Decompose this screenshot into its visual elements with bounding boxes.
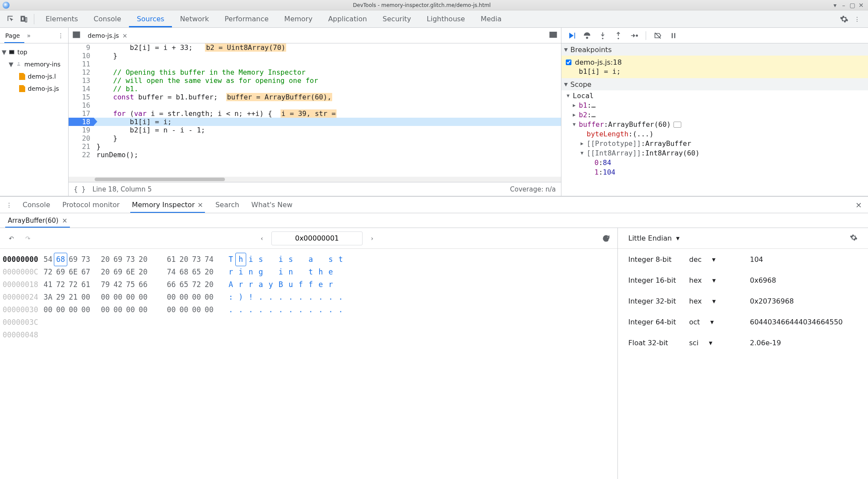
- ascii-char[interactable]: T: [226, 253, 236, 266]
- ascii-char[interactable]: .: [336, 291, 346, 304]
- hex-byte[interactable]: 72: [54, 278, 67, 291]
- hex-byte[interactable]: 73: [124, 253, 137, 266]
- resume-button[interactable]: [566, 30, 577, 41]
- ascii-char[interactable]: [296, 266, 306, 278]
- ascii-char[interactable]: t: [306, 266, 316, 278]
- hex-byte[interactable]: 21: [67, 291, 79, 304]
- scope-var-b2[interactable]: ▶b2: …: [563, 110, 868, 120]
- hex-byte[interactable]: 69: [112, 266, 124, 278]
- ascii-char[interactable]: A: [226, 278, 236, 291]
- drawer-tab-what-s-new[interactable]: What's New: [245, 197, 299, 213]
- ascii-char[interactable]: ): [236, 291, 246, 304]
- ascii-char[interactable]: .: [266, 304, 276, 316]
- ascii-char[interactable]: .: [276, 291, 286, 304]
- hex-byte[interactable]: 00: [203, 304, 215, 316]
- ascii-char[interactable]: e: [326, 266, 336, 278]
- ascii-char[interactable]: .: [316, 291, 326, 304]
- hex-byte[interactable]: 66: [137, 278, 149, 291]
- device-toolbar-icon[interactable]: [17, 13, 30, 26]
- ascii-char[interactable]: .: [326, 304, 336, 316]
- code-line[interactable]: 22runDemo();: [69, 151, 561, 159]
- drawer-tab-console[interactable]: Console: [17, 197, 56, 213]
- pretty-print-icon[interactable]: { }: [74, 185, 86, 193]
- step-out-button[interactable]: [613, 30, 624, 41]
- ascii-char[interactable]: h: [316, 266, 326, 278]
- hex-byte[interactable]: 61: [79, 278, 92, 291]
- toggle-navigator-icon[interactable]: [72, 30, 81, 40]
- code-line[interactable]: 14 // b1.: [69, 85, 561, 93]
- scope-var-buffer[interactable]: ▼buffer: ArrayBuffer(60): [563, 120, 868, 129]
- breakpoint-checkbox[interactable]: [566, 59, 571, 65]
- overflow-chevron-icon[interactable]: »: [27, 32, 31, 39]
- ascii-char[interactable]: .: [296, 291, 306, 304]
- hex-byte[interactable]: 00: [124, 304, 137, 316]
- devtools-tab-elements[interactable]: Elements: [38, 10, 86, 27]
- ascii-char[interactable]: e: [316, 278, 326, 291]
- hex-byte[interactable]: 00: [190, 304, 203, 316]
- scope-section-header[interactable]: ▼ Scope: [561, 78, 868, 90]
- ascii-char[interactable]: i: [276, 253, 286, 266]
- drawer-tab-protocol-monitor[interactable]: Protocol monitor: [56, 197, 126, 213]
- ascii-char[interactable]: r: [246, 278, 256, 291]
- drawer-menu-icon[interactable]: ⋮: [3, 202, 15, 208]
- devtools-tab-performance[interactable]: Performance: [217, 10, 276, 27]
- hex-byte[interactable]: 79: [99, 278, 112, 291]
- devtools-tab-security[interactable]: Security: [375, 10, 419, 27]
- ascii-char[interactable]: .: [326, 291, 336, 304]
- editor-tab[interactable]: demo-js.js ×: [84, 30, 131, 41]
- scope-var-b1[interactable]: ▶b1: …: [563, 101, 868, 110]
- close-tab-icon[interactable]: ×: [197, 201, 203, 209]
- ascii-char[interactable]: a: [256, 278, 266, 291]
- hex-byte[interactable]: 74: [203, 253, 215, 266]
- hex-byte[interactable]: 72: [67, 278, 79, 291]
- hex-byte[interactable]: 00: [67, 304, 79, 316]
- hex-byte[interactable]: 65: [178, 278, 190, 291]
- horizontal-scrollbar[interactable]: [69, 177, 561, 182]
- run-snippet-icon[interactable]: [549, 31, 558, 40]
- code-line[interactable]: 18 b1[i] = i;: [69, 118, 561, 126]
- hex-byte[interactable]: 00: [165, 291, 178, 304]
- ascii-char[interactable]: [336, 266, 346, 278]
- ascii-char[interactable]: [296, 253, 306, 266]
- code-line[interactable]: 9 b2[i] = i + 33; b2 = Uint8Array(70): [69, 43, 561, 52]
- hex-byte[interactable]: 00: [137, 291, 149, 304]
- hex-byte[interactable]: 00: [112, 304, 124, 316]
- window-menu-button[interactable]: ▾: [831, 1, 839, 10]
- ascii-char[interactable]: .: [276, 304, 286, 316]
- devtools-tab-application[interactable]: Application: [320, 10, 375, 27]
- hex-byte[interactable]: 68: [54, 253, 67, 266]
- ascii-char[interactable]: .: [286, 291, 296, 304]
- close-tab-icon[interactable]: ×: [122, 32, 128, 39]
- step-over-button[interactable]: [581, 30, 593, 41]
- hex-byte[interactable]: 72: [190, 278, 203, 291]
- hex-byte[interactable]: 00: [190, 291, 203, 304]
- hex-byte[interactable]: 54: [42, 253, 54, 266]
- hex-byte[interactable]: 29: [54, 291, 67, 304]
- devtools-tab-memory[interactable]: Memory: [277, 10, 320, 27]
- devtools-tab-network[interactable]: Network: [172, 10, 217, 27]
- breakpoint-item[interactable]: demo-js.js:18 b1[i] = i;: [561, 56, 868, 78]
- hex-byte[interactable]: 65: [190, 266, 203, 278]
- ascii-char[interactable]: i: [246, 253, 256, 266]
- drawer-close-icon[interactable]: ×: [853, 200, 865, 209]
- hex-byte[interactable]: 69: [112, 253, 124, 266]
- tree-file-html[interactable]: demo-js.l: [0, 70, 68, 83]
- next-page-icon[interactable]: ›: [366, 232, 378, 244]
- ascii-char[interactable]: .: [226, 304, 236, 316]
- value-format-select[interactable]: hex▾: [689, 276, 728, 284]
- inspect-element-icon[interactable]: [4, 13, 17, 26]
- hex-byte[interactable]: 67: [79, 266, 92, 278]
- hex-byte[interactable]: 69: [67, 253, 79, 266]
- code-line[interactable]: 21}: [69, 142, 561, 151]
- hex-byte[interactable]: 6E: [124, 266, 137, 278]
- hex-byte[interactable]: 00: [203, 291, 215, 304]
- refresh-icon[interactable]: [600, 232, 612, 244]
- memory-buffer-tab[interactable]: ArrayBuffer(60) ×: [3, 213, 72, 228]
- hex-byte[interactable]: 20: [137, 266, 149, 278]
- hex-byte[interactable]: 41: [42, 278, 54, 291]
- history-back-icon[interactable]: ↶: [5, 232, 17, 244]
- ascii-char[interactable]: [336, 278, 346, 291]
- step-into-button[interactable]: [597, 30, 608, 41]
- ascii-char[interactable]: .: [336, 304, 346, 316]
- hex-byte[interactable]: 00: [165, 304, 178, 316]
